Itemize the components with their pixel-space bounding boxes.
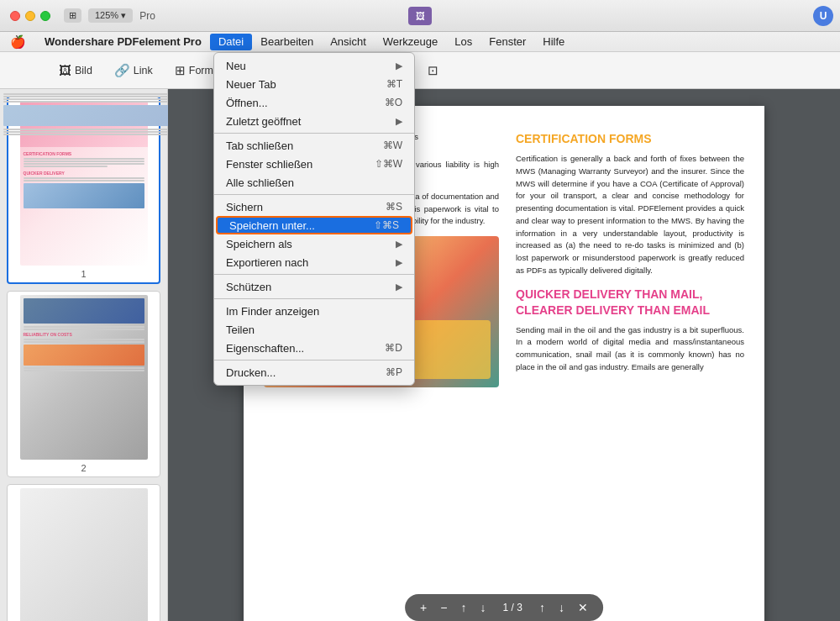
bottom-bar: + − ↑ ↓ 1 / 3 ↑ ↓ ✕ (405, 594, 603, 621)
sidebar-page-3[interactable]: 3 (7, 484, 160, 621)
separator-5 (214, 360, 414, 360)
neu-arrow: ▶ (396, 61, 402, 71)
menu-datei[interactable]: Datei (210, 34, 252, 50)
toolbar-link[interactable]: 🔗 Link (106, 60, 161, 82)
image-icon: 🖼 (59, 63, 71, 77)
share-icon[interactable]: 🖼 (408, 7, 432, 25)
menu-teilen[interactable]: Teilen (214, 320, 414, 339)
sidebar-page-2[interactable]: RELIABILITY ON COSTS 2 (7, 291, 160, 477)
separator-3 (214, 274, 414, 275)
titlebar: ⊞ 125% ▾ Pro 🖼 U (0, 0, 840, 32)
menu-im-finder[interactable]: Im Finder anzeigen (214, 302, 414, 320)
page-up-button[interactable]: ↑ (536, 599, 549, 616)
menu-alle-schliessen[interactable]: Alle schließen (214, 173, 414, 192)
apple-menu[interactable]: 🍎 (0, 34, 36, 50)
maximize-button[interactable] (40, 11, 50, 21)
menu-app-name[interactable]: Wondershare PDFelement Pro (36, 34, 210, 50)
toolbar-bild[interactable]: 🖼 Bild (50, 60, 101, 81)
menu-tab-schliessen[interactable]: Tab schließen ⌘W (214, 136, 414, 155)
menu-ansicht[interactable]: Ansicht (322, 34, 375, 50)
menu-bearbeiten[interactable]: Bearbeiten (252, 34, 322, 50)
toolbar: 🖼 Bild 🔗 Link ⊞ Formular Ⅲ Schwärzen ⚙ W… (0, 52, 840, 89)
menu-exportieren[interactable]: Exportieren nach ▶ (214, 253, 414, 271)
separator-4 (214, 298, 414, 299)
sidebar-toggle[interactable]: ⊞ (64, 8, 81, 23)
extra-icon: ⊡ (428, 63, 438, 78)
menu-zuletzt[interactable]: Zuletzt geöffnet ▶ (214, 112, 414, 130)
menu-drucken[interactable]: Drucken... ⌘P (214, 363, 414, 382)
menu-werkzeuge[interactable]: Werkzeuge (375, 34, 447, 50)
app-title-area: 🖼 (408, 7, 432, 25)
pdf-delivery-title: QUICKER DELIVERY THAN MAIL, CLEARER DELI… (516, 287, 744, 317)
pdf-cert-title: CERTIFICATION FORMS (516, 131, 744, 146)
exportieren-arrow: ▶ (396, 257, 402, 268)
page-3-thumbnail (20, 488, 148, 621)
zoom-out-button[interactable]: − (437, 599, 450, 616)
menu-sichern[interactable]: Sichern ⌘S (214, 197, 414, 216)
menu-neu[interactable]: Neu ▶ (214, 56, 414, 75)
menu-neuer-tab[interactable]: Neuer Tab ⌘T (214, 75, 414, 93)
main-layout: PROMOTE PRODUCTIVITY CERTIFICATION FORMS… (0, 89, 840, 621)
zoom-control[interactable]: 125% ▾ (88, 8, 133, 23)
menu-eigenschaften[interactable]: Eigenschaften... ⌘D (214, 339, 414, 357)
page-2-thumbnail: RELIABILITY ON COSTS (20, 295, 148, 460)
zuletzt-arrow: ▶ (396, 116, 402, 127)
menu-fenster[interactable]: Fenster (480, 34, 534, 50)
page-down-button[interactable]: ↓ (555, 599, 568, 616)
link-icon: 🔗 (114, 63, 130, 78)
toolbar-extra[interactable]: ⊡ (419, 60, 447, 82)
tab-label: Pro (139, 10, 155, 22)
menubar: 🍎 Wondershare PDFelement Pro Datei Bearb… (0, 32, 840, 52)
sidebar: PROMOTE PRODUCTIVITY CERTIFICATION FORMS… (0, 89, 168, 621)
page-number: 1 / 3 (496, 602, 528, 613)
menu-hilfe[interactable]: Hilfe (534, 34, 573, 50)
menu-speichern-als[interactable]: Speichern als ▶ (214, 234, 414, 253)
pdf-delivery-text: Sending mail in the oil and the gas indu… (516, 324, 744, 374)
speichern-als-arrow: ▶ (396, 239, 402, 250)
zoom-in-button[interactable]: + (417, 599, 430, 616)
page-2-label: 2 (81, 463, 86, 473)
avatar[interactable]: U (813, 6, 833, 26)
close-button[interactable] (10, 11, 20, 21)
pdf-cert-text: Certification is generally a back and fo… (516, 153, 744, 276)
download-button[interactable]: ↓ (476, 599, 489, 616)
separator-1 (214, 133, 414, 134)
close-bar-button[interactable]: ✕ (575, 599, 591, 616)
menu-schuetzen[interactable]: Schützen ▶ (214, 277, 414, 296)
menu-los[interactable]: Los (446, 34, 480, 50)
pdf-right-column: CERTIFICATION FORMS Certification is gen… (516, 131, 744, 387)
separator-2 (214, 194, 414, 195)
page-1-label: 1 (81, 269, 86, 279)
menu-speichern-unter[interactable]: Speichern unter... ⇧⌘S (216, 216, 412, 234)
traffic-lights (10, 11, 50, 21)
scroll-up-button[interactable]: ↑ (457, 599, 470, 616)
minimize-button[interactable] (25, 11, 35, 21)
formular-icon: ⊞ (175, 63, 186, 78)
menu-oeffnen[interactable]: Öffnen... ⌘O (214, 93, 414, 112)
schuetzen-arrow: ▶ (396, 282, 402, 292)
menu-fenster-schliessen[interactable]: Fenster schließen ⇧⌘W (214, 155, 414, 173)
datei-dropdown: Neu ▶ Neuer Tab ⌘T Öffnen... ⌘O Zuletzt … (213, 52, 415, 386)
titlebar-right: U (813, 6, 840, 26)
